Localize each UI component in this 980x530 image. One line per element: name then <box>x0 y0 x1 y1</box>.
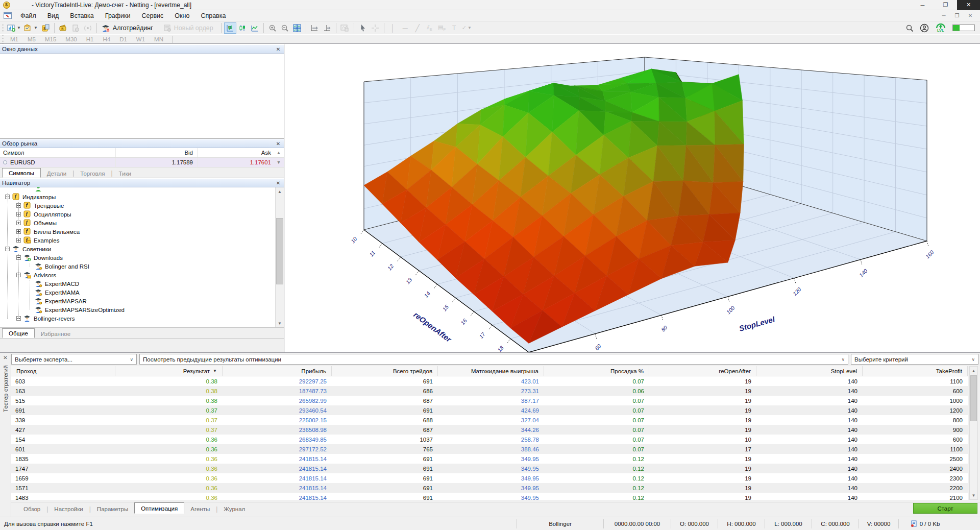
timeframe-M15[interactable]: M15 <box>40 36 61 43</box>
navigator-item-Bollinger-revers[interactable]: Bollinger-revers <box>0 314 275 323</box>
market-watch-scroll-down-icon[interactable]: ▼ <box>274 160 283 165</box>
vertical-line-tool-button[interactable]: │ <box>387 22 399 34</box>
column-bid[interactable]: Bid <box>116 148 198 157</box>
result-row-154[interactable]: 1540.36268349.851037258.780.0710140600 <box>11 435 968 444</box>
navigator-item-Билла Вильямса[interactable]: fБилла Вильямса <box>0 227 275 236</box>
criterion-select-caret-icon[interactable]: ∨ <box>967 357 975 362</box>
channel-tool-button[interactable]: ⫽E <box>424 22 436 34</box>
tester-tab-Обзор[interactable]: Обзор <box>17 504 46 514</box>
algo-trading-button[interactable]: Алготрейдинг <box>100 22 155 34</box>
column-header-Прибыль[interactable]: Прибыль <box>223 366 332 376</box>
candles-chart-button[interactable] <box>236 22 249 34</box>
navigator-item-Examples[interactable]: fExamples <box>0 236 275 245</box>
column-header-Просадка %[interactable]: Просадка % <box>544 366 649 376</box>
table-scroll-down-icon[interactable]: ▼ <box>970 491 977 499</box>
menu-item-Файл[interactable]: Файл <box>15 11 42 21</box>
market-watch-header[interactable]: Символ Bid Ask ▲ <box>0 148 284 158</box>
mdi-minimize-icon[interactable]: ─ <box>938 13 949 18</box>
navigator-item-Осцилляторы[interactable]: fОсцилляторы <box>0 210 275 219</box>
navigator-tab-Общие[interactable]: Общие <box>2 328 35 338</box>
table-scroll-up-icon[interactable]: ▲ <box>970 367 977 375</box>
result-row-1571[interactable]: 15710.36241815.14691349.950.12191402200 <box>11 483 968 493</box>
scroll-thumb[interactable] <box>276 218 283 284</box>
navigator-item-Downloads[interactable]: Downloads <box>0 253 275 262</box>
fibonacci-tool-button[interactable]: ▤F <box>436 22 448 34</box>
line-chart-button[interactable] <box>249 22 261 34</box>
navigator-item-ExpertMACD[interactable]: ExpertMACD <box>0 279 275 288</box>
column-symbol[interactable]: Символ <box>0 148 116 157</box>
new-order-button[interactable]: Новый ордер <box>162 22 215 34</box>
tester-tab-Настройки[interactable]: Настройки <box>48 504 89 514</box>
navigator-item-Индикаторы[interactable]: fИндикаторы <box>0 192 275 201</box>
navigator-item-Bolinger and RSI[interactable]: Bolinger and RSI <box>0 262 275 271</box>
result-row-427[interactable]: 4270.37236508.98687344.260.0719140900 <box>11 425 968 435</box>
result-row-603[interactable]: 6030.38292297.25691423.010.07191401100 <box>11 376 968 386</box>
previous-results-caret-icon[interactable]: ∨ <box>837 357 845 362</box>
trendline-tool-button[interactable]: ╱ <box>411 22 424 34</box>
column-header-StopLevel[interactable]: StopLevel <box>756 366 863 376</box>
search-icon[interactable] <box>905 24 914 32</box>
navigator-close-icon[interactable]: ✕ <box>275 180 282 186</box>
timeframe-H4[interactable]: H4 <box>98 36 115 43</box>
expert-select-caret-icon[interactable]: ∨ <box>126 357 133 362</box>
data-window-close-icon[interactable]: ✕ <box>275 46 282 52</box>
indicators-button[interactable] <box>339 22 351 34</box>
result-row-1483[interactable]: 14830.36241815.14691349.950.12191402100 <box>11 493 968 500</box>
timeframe-H1[interactable]: H1 <box>82 36 99 43</box>
tester-tab-Агенты[interactable]: Агенты <box>184 504 216 514</box>
crosshair-button[interactable] <box>369 22 381 34</box>
zoom-out-button[interactable] <box>279 22 291 34</box>
maximize-button[interactable]: ❐ <box>934 0 957 10</box>
scroll-down-icon[interactable]: ▼ <box>276 319 284 327</box>
result-row-601[interactable]: 6010.36297172.52765388.460.07171401100 <box>11 444 968 454</box>
market-watch-scroll-up-icon[interactable]: ▲ <box>274 150 283 155</box>
timeframe-M1[interactable]: M1 <box>6 36 23 43</box>
deposit-button[interactable] <box>69 22 82 34</box>
result-row-163[interactable]: 1630.38187487.73686273.310.0619140600 <box>11 386 968 396</box>
lvl-upload-icon[interactable]: LVL <box>935 23 946 32</box>
navigator-item-symbol[interactable] <box>0 187 275 192</box>
horizontal-line-tool-button[interactable]: ─ <box>399 22 411 34</box>
bars-chart-button[interactable]: t1 <box>224 22 236 34</box>
profiles-caret-icon[interactable]: ▼ <box>34 26 38 30</box>
user-account-icon[interactable] <box>920 23 929 33</box>
tester-tab-Журнал[interactable]: Журнал <box>217 504 251 514</box>
objects-tool-button[interactable]: ✓▼ <box>460 22 473 34</box>
toolbar-grip[interactable] <box>2 23 4 33</box>
navigator-tab-Избранное[interactable]: Избранное <box>35 330 77 338</box>
navigator-item-Объемы[interactable]: fОбъемы <box>0 219 275 227</box>
tester-close-icon[interactable]: ✕ <box>2 355 9 362</box>
tester-tab-Параметры[interactable]: Параметры <box>91 504 134 514</box>
minimize-button[interactable]: ─ <box>911 0 934 10</box>
navigator-item-Advisors[interactable]: Advisors <box>0 271 275 279</box>
menu-item-Графики[interactable]: Графики <box>100 11 136 21</box>
menu-item-Сервис[interactable]: Сервис <box>136 11 169 21</box>
timeframe-grip[interactable] <box>2 35 4 44</box>
scroll-to-end-button[interactable] <box>309 22 321 34</box>
new-chart-button[interactable]: ▼ <box>6 22 22 34</box>
column-header-Результат[interactable]: Результат▼ <box>115 366 223 376</box>
navigator-item-ExpertMAMA[interactable]: ExpertMAMA <box>0 288 275 297</box>
timeframe-D1[interactable]: D1 <box>115 36 132 43</box>
navigator-scrollbar[interactable]: ▲ ▼ <box>275 187 284 327</box>
zoom-in-button[interactable] <box>266 22 279 34</box>
navigator-item-Трендовые[interactable]: fТрендовые <box>0 201 275 210</box>
start-button[interactable]: Старт <box>913 503 977 514</box>
timeframe-MN[interactable]: MN <box>150 36 168 43</box>
market-watch-row-eurusd[interactable]: EURUSD 1.17589 1.17601 ▼ <box>0 158 284 167</box>
navigator-item-ExpertMAPSAR[interactable]: ExpertMAPSAR <box>0 297 275 305</box>
column-header-Проход[interactable]: Проход <box>11 366 115 376</box>
navigator-item-ExpertMAPSARSizeOptimized[interactable]: ExpertMAPSARSizeOptimized <box>0 305 275 314</box>
market-watch-tab-Символы[interactable]: Символы <box>2 168 41 178</box>
menu-item-Вид[interactable]: Вид <box>42 11 65 21</box>
cursor-button[interactable] <box>357 22 369 34</box>
signals-button[interactable] <box>82 22 94 34</box>
result-row-1835[interactable]: 18350.36241815.14691349.950.12191402500 <box>11 454 968 464</box>
mdi-close-icon[interactable]: ✕ <box>965 13 976 18</box>
tester-tab-Оптимизация[interactable]: Оптимизация <box>134 502 184 514</box>
chart-shift-button[interactable] <box>321 22 333 34</box>
new-chart-caret-icon[interactable]: ▼ <box>17 26 21 30</box>
timeframe-W1[interactable]: W1 <box>132 36 150 43</box>
menu-item-Вставка[interactable]: Вставка <box>64 11 99 21</box>
scroll-up-icon[interactable]: ▲ <box>276 187 284 196</box>
